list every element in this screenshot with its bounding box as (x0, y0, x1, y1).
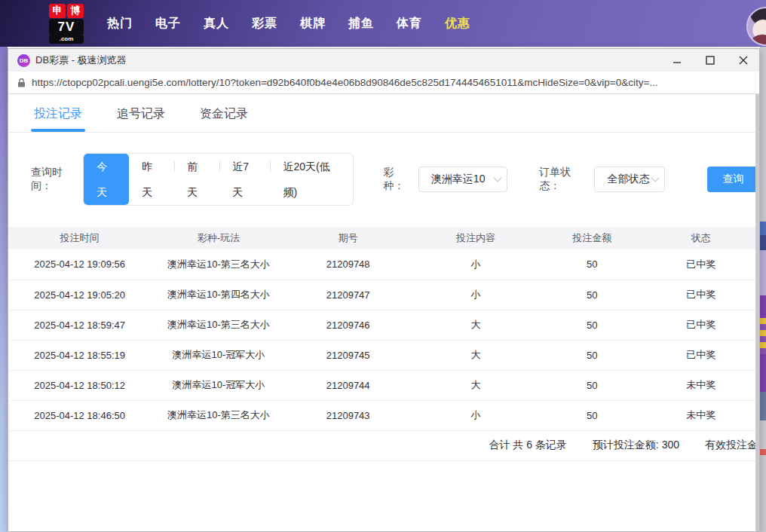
cell-bet-content: 小 (410, 280, 541, 310)
minimize-button[interactable] (672, 55, 682, 66)
site-nav: 热门电子真人彩票棋牌捕鱼体育优惠 (107, 16, 470, 32)
cell-issue-number: 21209743 (286, 400, 410, 430)
page-edge-left (0, 47, 8, 532)
cell-bet-content: 小 (410, 400, 541, 430)
user-avatar[interactable] (746, 7, 766, 46)
cell-game-play: 澳洲幸运10-第四名大小 (151, 280, 286, 310)
nav-item[interactable]: 电子 (155, 16, 181, 32)
nav-item[interactable]: 体育 (397, 16, 422, 32)
screen: 申 博 7V .com 热门电子真人彩票棋牌捕鱼体育优惠 DB DB彩票 - 极… (0, 0, 766, 532)
column-header: 彩种-玩法 (151, 227, 286, 249)
tab[interactable]: 追号记录 (117, 106, 165, 132)
cell-game-play: 澳洲幸运10-第三名大小 (151, 310, 286, 340)
cell-bet-amount: 50 (541, 310, 642, 340)
cell-bet-content: 大 (410, 370, 541, 400)
edge-fragment (760, 449, 766, 455)
browser-app-icon: DB (17, 54, 30, 67)
time-range-option[interactable]: 昨天 (129, 154, 174, 205)
column-header: 期号 (286, 227, 410, 249)
cell-bet-amount: 50 (541, 340, 642, 370)
site-logo[interactable]: 申 博 7V .com (45, 4, 87, 44)
cell-bet-amount: 50 (541, 249, 642, 280)
cell-bet-content: 大 (410, 340, 541, 370)
page-edge-right (760, 47, 766, 532)
cell-game-play: 澳洲幸运10-冠军大小 (151, 370, 286, 400)
tab[interactable]: 投注记录 (34, 106, 82, 132)
url-bar[interactable]: https://ctopcp02pcali.uengi5e.com/lotter… (8, 72, 759, 94)
window-title-group: DB DB彩票 - 极速浏览器 (17, 54, 127, 67)
window-title: DB彩票 - 极速浏览器 (35, 54, 127, 67)
filter-bar: 查询时间： 今天昨天前天近7天近20天(低频) 彩种： 澳洲幸运10 订单状态：… (31, 153, 759, 206)
edge-fragment (760, 222, 766, 235)
minimize-icon (673, 56, 682, 65)
chevron-down-icon (651, 173, 659, 182)
summary-bar: 合计 共 6 条记录 预计投注金额: 300 有效投注金 (8, 431, 759, 461)
table-row: 2025-04-12 18:59:47澳洲幸运10-第三名大小21209746大… (8, 310, 759, 340)
tab-bar: 投注记录追号记录资金记录 (8, 94, 759, 133)
bet-records-table: 投注时间彩种-玩法期号投注内容投注金额状态 2025-04-12 19:09:5… (8, 227, 759, 431)
cell-status: 已中奖 (643, 340, 759, 370)
maximize-button[interactable] (705, 55, 715, 66)
cell-issue-number: 21209744 (286, 370, 410, 400)
time-range-option[interactable]: 前天 (174, 154, 219, 205)
cell-status: 已中奖 (643, 280, 759, 310)
nav-item[interactable]: 热门 (107, 16, 133, 32)
table-header-row: 投注时间彩种-玩法期号投注内容投注金额状态 (8, 227, 759, 249)
chevron-down-icon (494, 173, 502, 182)
cell-bet-amount: 50 (541, 370, 642, 400)
nav-item[interactable]: 捕鱼 (348, 16, 374, 32)
lottery-select[interactable]: 澳洲幸运10 (418, 167, 507, 192)
time-range-option[interactable]: 近7天 (219, 154, 270, 205)
maximize-icon (706, 56, 715, 65)
table-row: 2025-04-12 19:09:56澳洲幸运10-第三名大小21209748小… (8, 249, 759, 280)
time-range-option[interactable]: 今天 (84, 154, 129, 205)
table-body: 2025-04-12 19:09:56澳洲幸运10-第三名大小21209748小… (8, 249, 759, 430)
cell-bet-amount: 50 (541, 400, 642, 430)
nav-item[interactable]: 彩票 (252, 16, 277, 32)
lock-icon (17, 78, 26, 87)
tab[interactable]: 资金记录 (200, 106, 248, 132)
cell-issue-number: 21209745 (286, 340, 410, 370)
nav-item[interactable]: 优惠 (445, 16, 470, 32)
cell-bet-time: 2025-04-12 18:59:47 (8, 310, 151, 340)
edge-fragment (760, 318, 766, 354)
lottery-select-value: 澳洲幸运10 (431, 173, 486, 186)
time-range-option[interactable]: 近20天(低频) (270, 154, 352, 205)
cell-bet-amount: 50 (541, 280, 642, 310)
cell-status: 未中奖 (643, 370, 759, 400)
summary-valid-amount: 有效投注金 (705, 439, 758, 452)
nav-item[interactable]: 真人 (204, 16, 229, 32)
order-status-value: 全部状态 (607, 173, 649, 186)
cell-bet-time: 2025-04-12 18:46:50 (8, 400, 151, 430)
nav-item[interactable]: 棋牌 (300, 16, 326, 32)
logo-tile-bo: 博 (67, 4, 84, 18)
cell-issue-number: 21209747 (286, 280, 410, 310)
cell-bet-content: 小 (410, 249, 541, 280)
cell-bet-time: 2025-04-12 19:05:20 (8, 280, 151, 310)
edge-fragment (760, 354, 766, 392)
logo-red-tiles: 申 博 (49, 4, 84, 18)
cell-game-play: 澳洲幸运10-第三名大小 (151, 249, 286, 280)
close-icon (739, 56, 748, 65)
window-titlebar: DB DB彩票 - 极速浏览器 (8, 49, 759, 72)
cell-game-play: 澳洲幸运10-冠军大小 (151, 340, 286, 370)
search-button[interactable]: 查询 (707, 167, 759, 192)
vertical-scrollbar[interactable] (755, 94, 759, 531)
close-button[interactable] (738, 55, 749, 66)
cell-bet-content: 大 (410, 310, 541, 340)
order-status-select[interactable]: 全部状态 (594, 167, 664, 192)
summary-expected-amount: 预计投注金额: 300 (593, 439, 679, 452)
table-row: 2025-04-12 18:46:50澳洲幸运10-第三名大小21209743小… (8, 400, 759, 430)
time-filter-label: 查询时间： (31, 166, 81, 193)
edge-fragment (760, 295, 766, 318)
logo-tile-shen: 申 (49, 4, 66, 18)
cell-status: 已中奖 (643, 249, 759, 280)
lottery-filter-label: 彩种： (384, 166, 414, 193)
cell-bet-time: 2025-04-12 18:55:19 (8, 340, 151, 370)
logo-7v: 7V (49, 19, 84, 35)
table-row: 2025-04-12 18:50:12澳洲幸运10-冠军大小21209744大5… (8, 370, 759, 400)
time-range-group: 今天昨天前天近7天近20天(低频) (83, 153, 353, 206)
table-row: 2025-04-12 18:55:19澳洲幸运10-冠军大小21209745大5… (8, 340, 759, 370)
cell-bet-time: 2025-04-12 19:09:56 (8, 249, 151, 280)
logo-com: .com (49, 35, 84, 44)
